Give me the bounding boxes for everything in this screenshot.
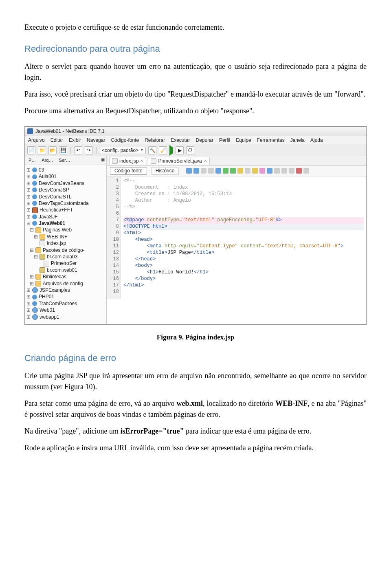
new-project-icon[interactable]: 📁 xyxy=(38,146,46,154)
tree-item[interactable]: br.com.web01 xyxy=(26,267,105,273)
tree-item[interactable]: ⊞TrabComPadroes xyxy=(26,300,105,307)
tree-twisty-icon[interactable]: ⊞ xyxy=(30,274,34,280)
clean-build-icon[interactable]: 🧹 xyxy=(159,146,167,154)
macro-rec-icon[interactable] xyxy=(296,168,302,174)
tree-twisty-icon[interactable]: ⊞ xyxy=(26,301,31,306)
tree-item[interactable]: index.jsp xyxy=(26,240,105,247)
find-prev-icon[interactable] xyxy=(223,168,228,174)
menu-item[interactable]: Arquivo xyxy=(28,137,45,143)
tree-item[interactable]: ⊞DesvTagsCustomizada xyxy=(26,200,105,207)
tree-item[interactable]: ⊞DesvComJSP xyxy=(26,187,105,193)
tree-twisty-icon[interactable]: ⊞ xyxy=(26,314,31,320)
tree-item[interactable]: ⊞03 xyxy=(26,167,105,173)
tab-projects[interactable]: P… xyxy=(26,157,38,164)
config-dropdown[interactable]: <config. padrão> ▼ xyxy=(100,147,146,154)
tree-twisty-icon[interactable]: ⊞ xyxy=(26,207,31,213)
profile-icon[interactable]: ⏱ xyxy=(186,146,194,154)
macro-stop-icon[interactable] xyxy=(303,168,309,174)
tree-item[interactable]: ⊞JavaSJF xyxy=(26,214,105,220)
shift-left-icon[interactable] xyxy=(274,168,280,174)
redo-icon[interactable]: ↷ xyxy=(85,146,93,154)
build-icon[interactable]: 🔨 xyxy=(148,146,156,154)
tree-twisty-icon[interactable]: ⊞ xyxy=(26,174,31,179)
paragraph: Na diretiva "page", adicione um isErrorP… xyxy=(24,426,367,437)
tree-item[interactable]: ⊞Heuristica+FFT xyxy=(26,207,105,213)
tree-twisty-icon[interactable]: ⊞ xyxy=(26,294,31,300)
tab-services[interactable]: Ser… xyxy=(57,157,72,164)
menu-item[interactable]: Editar xyxy=(51,137,63,143)
tab-primeiro-servlet[interactable]: PrimeiroServlet.java ✕ xyxy=(148,157,209,165)
nav-icon[interactable] xyxy=(186,168,192,174)
tree-twisty-icon[interactable]: ⊞ xyxy=(26,187,31,193)
menu-item[interactable]: Janela xyxy=(290,137,305,143)
code-line: <meta http-equiv="Content-Type" content=… xyxy=(123,243,364,250)
menu-item[interactable]: Perfil xyxy=(219,137,230,143)
menu-item[interactable]: Refatorar xyxy=(145,137,165,143)
tree-item[interactable]: ⊟JavaWeb01 xyxy=(26,220,105,227)
tree-label: br.com.aula03 xyxy=(47,254,77,260)
tree-item[interactable]: ⊞DesvComJavaBeans xyxy=(26,180,105,187)
nav-icon[interactable] xyxy=(193,168,199,174)
tree-twisty-icon[interactable]: ⊞ xyxy=(34,234,38,240)
tree-item[interactable]: ⊞WEB-INF xyxy=(26,233,105,240)
menu-item[interactable]: Ferramentas xyxy=(257,137,285,143)
run-icon[interactable] xyxy=(169,148,173,153)
debug-icon[interactable]: ▶ xyxy=(176,146,184,154)
tree-twisty-icon[interactable]: ⊟ xyxy=(30,247,34,253)
tree-twisty-icon[interactable]: ⊞ xyxy=(26,181,31,186)
tree-item[interactable]: ⊞webapp1 xyxy=(26,314,105,320)
code-editor[interactable]: 1234567 8910111213 1415161718 <%-- Docum… xyxy=(107,176,366,299)
close-icon[interactable]: ✕ xyxy=(140,159,143,163)
tree-item[interactable]: ⊞Arquivos de config xyxy=(26,280,105,287)
tree-twisty-icon[interactable]: ⊞ xyxy=(26,194,31,200)
minimize-icon[interactable]: ▣ xyxy=(101,157,105,164)
find-next-icon[interactable] xyxy=(230,168,236,174)
menu-item[interactable]: Código-fonte xyxy=(111,137,139,143)
menu-item[interactable]: Exibir xyxy=(69,137,81,143)
bookmark-icon[interactable] xyxy=(252,168,258,174)
tree-item[interactable]: ⊞DesvComJSTL xyxy=(26,194,105,200)
tree-twisty-icon[interactable]: ⊞ xyxy=(26,307,31,313)
save-all-icon[interactable]: 💾 xyxy=(59,146,67,154)
tree-item[interactable]: ⊞PHP01 xyxy=(26,293,105,300)
subtab-history[interactable]: Histórico xyxy=(151,167,179,174)
nav-icon[interactable] xyxy=(201,168,206,174)
ide-screenshot: JavaWeb01 - NetBeans IDE 7.1 Arquivo Edi… xyxy=(24,126,367,325)
tree-twisty-icon[interactable]: ⊟ xyxy=(34,254,38,260)
tree-twisty-icon[interactable]: ⊞ xyxy=(30,281,34,286)
tree-item[interactable]: ⊟Pacotes de código- xyxy=(26,247,105,253)
tree-twisty-icon[interactable]: ⊟ xyxy=(26,220,31,226)
tree-item[interactable]: ⊞Bibliotecas xyxy=(26,273,105,280)
bookmark-icon[interactable] xyxy=(267,168,272,174)
subtab-source[interactable]: Código-fonte xyxy=(110,167,147,174)
tree-item[interactable]: ⊞Web01 xyxy=(26,307,105,313)
tree-item[interactable]: ⊟br.com.aula03 xyxy=(26,253,105,260)
tree-item[interactable]: PrimeiroSer xyxy=(26,260,105,266)
menu-item[interactable]: Ajuda xyxy=(310,137,323,143)
new-file-icon[interactable]: 📄 xyxy=(27,146,35,154)
undo-icon[interactable]: ↶ xyxy=(74,146,82,154)
open-icon[interactable]: 📂 xyxy=(48,146,57,154)
bookmark-icon[interactable] xyxy=(259,168,265,174)
tree-twisty-icon[interactable]: ⊞ xyxy=(26,200,31,206)
tab-files[interactable]: Arq… xyxy=(40,157,55,164)
close-icon[interactable]: ✕ xyxy=(204,159,207,163)
menu-item[interactable]: Equipe xyxy=(236,137,251,143)
tree-item[interactable]: ⊞JSPExamples xyxy=(26,287,105,293)
menu-item[interactable]: Depurar xyxy=(196,137,213,143)
tree-twisty-icon[interactable]: ⊟ xyxy=(30,227,34,233)
highlight-icon[interactable] xyxy=(237,168,243,174)
menu-item[interactable]: Navegar xyxy=(87,137,105,143)
tree-twisty-icon[interactable]: ⊞ xyxy=(26,167,31,173)
menu-item[interactable]: Executar xyxy=(171,137,190,143)
tree-item[interactable]: ⊞Aula001 xyxy=(26,173,105,180)
text-run: , localizado no diretório xyxy=(203,399,275,407)
tree-twisty-icon[interactable]: ⊞ xyxy=(26,287,31,293)
folder-icon xyxy=(35,281,41,286)
tree-item[interactable]: ⊟Páginas Web xyxy=(26,227,105,233)
shift-right-icon[interactable] xyxy=(281,168,287,174)
text-run: Para setar como uma página de erro, vá a… xyxy=(24,399,177,407)
find-icon[interactable] xyxy=(215,168,221,174)
tree-twisty-icon[interactable]: ⊞ xyxy=(26,214,31,220)
tab-index-jsp[interactable]: index.jsp ✕ xyxy=(109,157,146,165)
